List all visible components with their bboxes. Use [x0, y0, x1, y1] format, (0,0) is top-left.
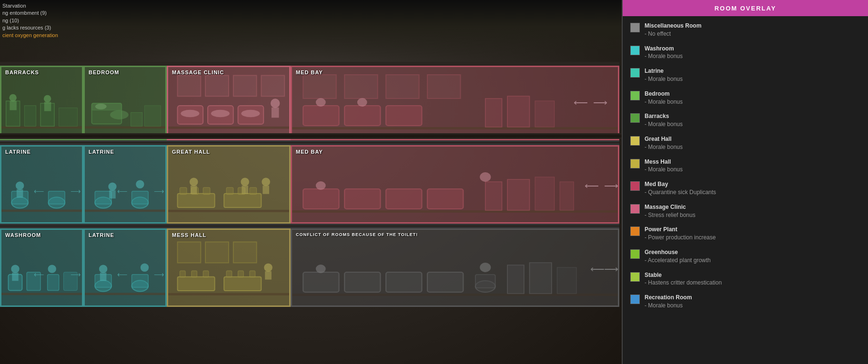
room-bedroom: BEDROOM [83, 66, 167, 140]
svg-rect-118 [192, 271, 197, 277]
overlay-item-text-6: Mess Hall- Morale bonus [645, 158, 683, 174]
overlay-item-text-1: Washroom- Morale bonus [645, 45, 683, 61]
svg-rect-4 [59, 108, 78, 127]
svg-point-5 [9, 94, 16, 101]
room-label-latrine-1: LATRINE [5, 149, 31, 155]
svg-rect-14 [131, 112, 142, 126]
svg-rect-113 [205, 242, 229, 263]
svg-rect-6 [10, 101, 16, 110]
svg-point-60 [136, 180, 144, 188]
svg-rect-64 [178, 194, 215, 207]
overlay-color-12 [630, 295, 640, 304]
svg-rect-55 [95, 191, 111, 204]
svg-rect-29 [292, 127, 618, 129]
overlay-item-desc-7: - Quarantine sick Duplicants [645, 188, 716, 197]
svg-rect-17 [178, 75, 201, 96]
overlay-item-0: Miscellaneous Room- No effect [628, 20, 862, 40]
svg-point-96 [11, 265, 19, 273]
svg-rect-114 [233, 242, 257, 263]
overlay-items-list: Miscellaneous Room- No effectWashroom- M… [623, 16, 868, 318]
overlay-item-8: Massage Clinic- Stress relief bonus [628, 201, 862, 221]
overlay-item-desc-4: - Morale bonus [645, 120, 683, 128]
overlay-item-desc-1: - Morale bonus [645, 52, 683, 60]
svg-rect-105 [132, 275, 149, 287]
overlay-item-text-2: Latrine- Morale bonus [645, 67, 683, 83]
svg-point-135 [316, 265, 326, 273]
overlay-item-name-0: Miscellaneous Room [645, 22, 701, 30]
svg-rect-39 [535, 101, 555, 127]
svg-text:⟶: ⟶ [604, 181, 618, 190]
overlay-item-4: Barracks- Morale bonus [628, 110, 862, 130]
overlay-item-10: Greenhouse- Accelerated plant growth [628, 246, 862, 266]
room-label-medbay-2: MED BAY [296, 149, 323, 155]
overlay-item-desc-11: - Hastens critter domestication [645, 279, 722, 287]
svg-point-58 [108, 182, 116, 190]
room-greathall: GREAT HALL [167, 145, 291, 224]
svg-rect-37 [485, 98, 502, 127]
svg-point-25 [211, 110, 230, 118]
svg-rect-38 [507, 96, 529, 127]
room-label-washroom: WASHROOM [5, 232, 41, 238]
overlay-item-name-3: Bedroom [645, 90, 683, 98]
overlay-item-desc-0: - No effect [645, 30, 701, 38]
overlay-item-name-10: Greenhouse [645, 248, 711, 256]
svg-point-49 [16, 181, 24, 189]
svg-point-123 [264, 263, 273, 272]
overlay-item-text-4: Barracks- Morale bonus [645, 112, 683, 128]
overlay-color-2 [630, 68, 640, 78]
svg-rect-65 [224, 194, 261, 207]
room-label-conflict: CONFLICT OF ROOMS BECAUSE OF THE TOILET! [296, 232, 418, 237]
svg-rect-71 [250, 187, 257, 195]
svg-rect-91 [1, 293, 82, 295]
svg-point-7 [44, 95, 51, 102]
overlay-item-desc-2: - Morale bonus [645, 75, 683, 83]
svg-point-74 [241, 177, 249, 186]
overlay-item-6: Mess Hall- Morale bonus [628, 156, 862, 176]
svg-point-108 [141, 264, 149, 272]
overlay-item-text-9: Power Plant- Power production increase [645, 226, 716, 242]
svg-rect-116 [224, 277, 261, 291]
svg-text:⟵: ⟵ [117, 270, 128, 278]
svg-rect-131 [475, 275, 495, 288]
svg-text:⟶: ⟶ [604, 264, 618, 274]
svg-rect-20 [261, 75, 284, 96]
svg-rect-121 [238, 271, 244, 277]
svg-text:⟵: ⟵ [117, 187, 128, 195]
svg-rect-8 [44, 102, 51, 111]
svg-rect-107 [100, 273, 107, 281]
overlay-color-6 [630, 159, 640, 168]
overlay-title: ROOM OVERLAY [715, 5, 777, 12]
overlay-panel: ROOM OVERLAY Miscellaneous Room- No effe… [622, 0, 868, 364]
overlay-item-desc-5: - Morale bonus [645, 143, 683, 151]
overlay-item-5: Great Hall- Morale bonus [628, 133, 862, 153]
overlay-color-0 [630, 23, 640, 32]
svg-rect-68 [203, 187, 210, 195]
room-label-medbay-1: MED BAY [296, 69, 323, 75]
svg-rect-83 [485, 182, 502, 210]
svg-text:⟵: ⟵ [585, 181, 598, 190]
svg-point-41 [357, 98, 367, 107]
svg-rect-35 [344, 106, 380, 126]
svg-rect-94 [48, 275, 59, 291]
overlay-item-desc-10: - Accelerated plant growth [645, 256, 711, 265]
log-ng: ng (10) [2, 17, 74, 24]
overlay-color-8 [630, 204, 640, 214]
svg-rect-117 [180, 271, 185, 277]
room-massage: MASSAGE CLINIC [167, 66, 291, 140]
svg-rect-2 [24, 106, 36, 126]
log-starvation: Starvation [2, 2, 74, 10]
overlay-item-text-0: Miscellaneous Room- No effect [645, 22, 701, 38]
svg-point-88 [480, 172, 491, 182]
svg-text:⟶: ⟶ [154, 187, 164, 195]
svg-text:⟶: ⟶ [154, 270, 164, 278]
room-label-bedroom: BEDROOM [89, 69, 119, 75]
overlay-item-text-10: Greenhouse- Accelerated plant growth [645, 248, 711, 265]
svg-rect-115 [178, 277, 215, 291]
overlay-item-name-5: Great Hall [645, 135, 683, 143]
overlay-item-12: Recreation Room- Morale bonus [628, 292, 862, 312]
overlay-item-7: Med Bay- Quarantine sick Duplicants [628, 178, 862, 198]
svg-text:⟵: ⟵ [34, 187, 44, 195]
svg-rect-32 [386, 75, 419, 98]
overlay-item-3: Bedroom- Morale bonus [628, 88, 862, 108]
svg-rect-28 [272, 108, 279, 118]
